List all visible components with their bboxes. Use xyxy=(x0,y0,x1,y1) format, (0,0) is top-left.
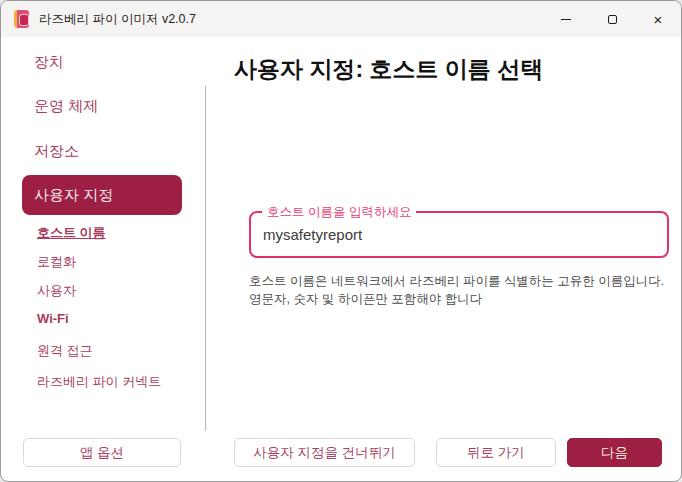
sidebar-subitem-localisation[interactable]: 로컬화 xyxy=(37,253,76,271)
minimize-icon xyxy=(561,19,571,20)
sidebar-item-device[interactable]: 장치 xyxy=(34,53,64,72)
sidebar-item-storage[interactable]: 저장소 xyxy=(34,142,79,161)
page-title: 사용자 지정: 호스트 이름 선택 xyxy=(234,54,543,85)
sidebar-item-os[interactable]: 운영 체제 xyxy=(34,97,98,116)
hostname-input[interactable] xyxy=(263,213,657,256)
titlebar: 라즈베리 파이 이미저 v2.0.7 × xyxy=(1,1,681,37)
sidebar-subitem-rpi-connect[interactable]: 라즈베리 파이 커넥트 xyxy=(37,373,161,391)
sidebar-item-customization-label: 사용자 지정 xyxy=(34,186,113,205)
helper-line-1: 호스트 이름은 네트워크에서 라즈베리 파이를 식별하는 고유한 이름입니다. xyxy=(249,272,673,290)
close-button[interactable]: × xyxy=(635,1,681,37)
sidebar-divider xyxy=(205,86,206,431)
back-button[interactable]: 뒤로 가기 xyxy=(436,438,556,467)
hostname-helper-text: 호스트 이름은 네트워크에서 라즈베리 파이를 식별하는 고유한 이름입니다. … xyxy=(249,272,673,308)
sidebar-subitem-remote-access[interactable]: 원격 접근 xyxy=(37,342,93,360)
raspberry-pi-imager-window: 라즈베리 파이 이미저 v2.0.7 × 장치 운영 체제 저장소 사용자 지정… xyxy=(0,0,682,482)
hostname-field-group: 호스트 이름을 입력하세요 xyxy=(249,211,669,258)
app-options-button[interactable]: 앱 옵션 xyxy=(23,438,181,467)
sidebar-item-customization[interactable]: 사용자 지정 xyxy=(22,175,182,215)
skip-customization-button[interactable]: 사용자 지정을 건너뛰기 xyxy=(234,438,415,467)
sidebar-subitem-user[interactable]: 사용자 xyxy=(37,282,76,300)
app-icon xyxy=(14,10,29,28)
sidebar-subitem-wifi[interactable]: Wi-Fi xyxy=(37,311,69,326)
window-title: 라즈베리 파이 이미저 v2.0.7 xyxy=(39,11,196,28)
maximize-icon xyxy=(608,15,617,24)
sidebar-subitem-hostname[interactable]: 호스트 이름 xyxy=(37,224,106,242)
helper-line-2: 영문자, 숫자 및 하이픈만 포함해야 합니다 xyxy=(249,290,673,308)
next-button[interactable]: 다음 xyxy=(567,438,662,467)
close-icon: × xyxy=(654,12,663,27)
maximize-button[interactable] xyxy=(589,1,635,37)
minimize-button[interactable] xyxy=(543,1,589,37)
